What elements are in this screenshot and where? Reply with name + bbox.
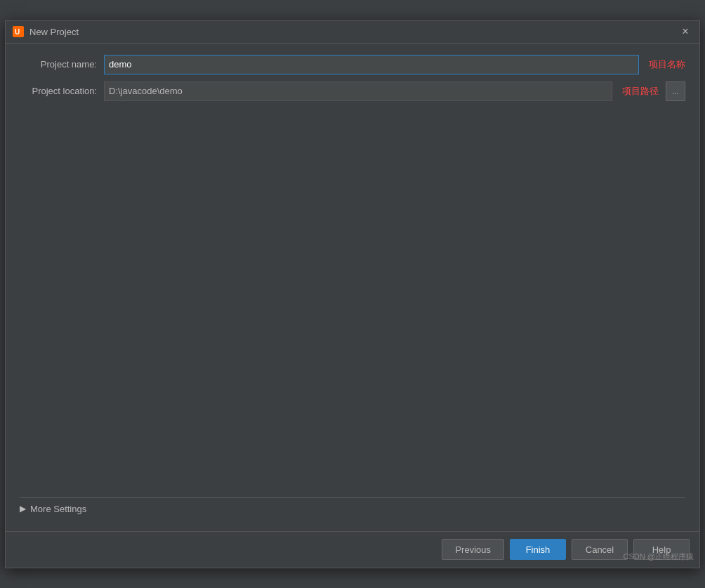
button-bar: Previous Finish Cancel Help bbox=[6, 531, 699, 568]
project-name-label: Project name: bbox=[20, 59, 97, 70]
more-settings-row[interactable]: ▶ More Settings bbox=[20, 497, 685, 520]
title-bar: U New Project × bbox=[6, 21, 699, 44]
csdn-watermark: CSDN @正经程序猿 bbox=[624, 551, 694, 562]
more-settings-label: More Settings bbox=[30, 504, 86, 514]
more-settings-arrow: ▶ bbox=[20, 504, 26, 514]
close-button[interactable]: × bbox=[678, 25, 692, 39]
dialog-title: New Project bbox=[29, 27, 79, 37]
finish-button[interactable]: Finish bbox=[510, 539, 566, 560]
content-area: Project name: 项目名称 Project location: 项目路… bbox=[6, 44, 699, 531]
new-project-dialog: U New Project × Project name: 项目名称 Proje… bbox=[5, 20, 700, 568]
project-location-row: Project location: 项目路径 ... bbox=[20, 81, 685, 101]
previous-button[interactable]: Previous bbox=[442, 539, 504, 560]
app-icon: U bbox=[13, 26, 24, 37]
browse-button[interactable]: ... bbox=[666, 81, 685, 101]
project-location-label: Project location: bbox=[20, 86, 97, 96]
title-bar-left: U New Project bbox=[13, 26, 79, 37]
svg-text:U: U bbox=[15, 28, 20, 36]
project-location-annotation: 项目路径 bbox=[622, 85, 659, 98]
cancel-button[interactable]: Cancel bbox=[572, 539, 628, 560]
project-name-input[interactable] bbox=[104, 55, 639, 74]
project-location-input[interactable] bbox=[104, 81, 612, 101]
project-name-row: Project name: 项目名称 bbox=[20, 55, 685, 74]
project-name-annotation: 项目名称 bbox=[649, 58, 685, 71]
body-space bbox=[20, 108, 685, 490]
